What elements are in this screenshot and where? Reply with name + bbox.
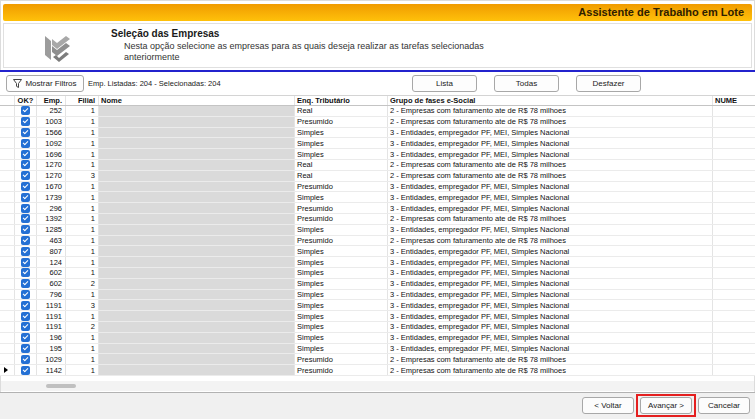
select-all-button[interactable]: Todas [494, 75, 559, 92]
horizontal-scrollbar[interactable] [1, 381, 754, 391]
row-checkbox[interactable] [21, 366, 30, 375]
table-row[interactable]: 1241Simples3 - Entidades, empregador PF,… [0, 257, 755, 268]
filial-cell: 1 [66, 128, 99, 138]
horizontal-scrollbar-thumb[interactable] [46, 384, 76, 388]
undo-button[interactable]: Desfazer [576, 75, 641, 92]
intro-panel: Seleção das Empresas Nesta opção selecio… [3, 23, 752, 68]
row-checkbox[interactable] [21, 290, 30, 299]
emp-cell: 1092 [37, 138, 66, 148]
row-checkbox[interactable] [21, 301, 30, 310]
nome-cell-redacted [99, 128, 295, 138]
emp-cell: 1191 [37, 322, 66, 332]
table-row[interactable]: 8071Simples3 - Entidades, empregador PF,… [0, 246, 755, 257]
ok-cell [15, 290, 37, 300]
nume-cell [713, 354, 755, 364]
table-row[interactable]: 10291Presumido2 - Empresas com faturamen… [0, 354, 755, 365]
row-checkbox[interactable] [21, 204, 30, 213]
table-row[interactable]: 13921Presumido2 - Empresas com faturamen… [0, 214, 755, 225]
row-checkbox[interactable] [21, 182, 30, 191]
grupo-fases-esocial-cell: 2 - Empresas com faturamento ate de R$ 7… [388, 160, 713, 170]
row-checkbox[interactable] [21, 171, 30, 180]
emp-cell: 602 [37, 268, 66, 278]
ok-cell [15, 149, 37, 159]
table-row[interactable]: 1951Simples3 - Entidades, empregador PF,… [0, 344, 755, 355]
row-checkbox[interactable] [21, 268, 30, 277]
enq-tributario-cell: Simples [295, 268, 388, 278]
row-checkbox[interactable] [21, 236, 30, 245]
ok-cell [15, 365, 37, 375]
table-row[interactable]: 11912Simples3 - Entidades, empregador PF… [0, 322, 755, 333]
table-row[interactable]: 4631Presumido2 - Empresas com faturament… [0, 236, 755, 247]
enq-tributario-cell: Presumido [295, 203, 388, 213]
nome-cell-redacted [99, 268, 295, 278]
row-checkbox[interactable] [21, 355, 30, 364]
row-indicator-cell [0, 214, 15, 224]
row-indicator-cell [0, 236, 15, 246]
table-row[interactable]: 2521Real2 - Empresas com faturamento ate… [0, 106, 755, 117]
table-row[interactable]: 12703Real2 - Empresas com faturamento at… [0, 171, 755, 182]
row-checkbox[interactable] [21, 160, 30, 169]
grupo-fases-esocial-cell: 2 - Empresas com faturamento ate de R$ 7… [388, 365, 713, 375]
row-indicator-cell [0, 311, 15, 321]
row-indicator-cell [0, 365, 15, 375]
table-row[interactable]: 10921Simples3 - Entidades, empregador PF… [0, 138, 755, 149]
emp-cell: 1191 [37, 300, 66, 310]
row-checkbox[interactable] [21, 106, 30, 115]
companies-count-text: Emp. Listadas: 204 - Selecionadas: 204 [88, 72, 221, 95]
nume-cell [713, 322, 755, 332]
row-checkbox[interactable] [21, 193, 30, 202]
list-button[interactable]: Lista [412, 75, 477, 92]
row-checkbox[interactable] [21, 333, 30, 342]
filial-cell: 1 [66, 354, 99, 364]
row-checkbox[interactable] [21, 128, 30, 137]
next-button[interactable]: Avançar > [640, 397, 692, 414]
grupo-fases-esocial-cell: 3 - Entidades, empregador PF, MEI, Simpl… [388, 203, 713, 213]
enq-tributario-cell: Simples [295, 290, 388, 300]
table-row[interactable]: 11911Simples3 - Entidades, empregador PF… [0, 311, 755, 322]
row-checkbox[interactable] [21, 117, 30, 126]
table-row[interactable]: 17391Simples3 - Entidades, empregador PF… [0, 192, 755, 203]
cancel-button[interactable]: Cancelar [698, 397, 750, 414]
table-row[interactable]: 1961Simples3 - Entidades, empregador PF,… [0, 333, 755, 344]
row-indicator-cell [0, 149, 15, 159]
nume-cell [713, 138, 755, 148]
back-button[interactable]: < Voltar [582, 397, 634, 414]
row-checkbox[interactable] [21, 214, 30, 223]
table-row[interactable]: 11913Simples3 - Entidades, empregador PF… [0, 300, 755, 311]
row-checkbox[interactable] [21, 279, 30, 288]
table-row[interactable]: 12851Simples3 - Entidades, empregador PF… [0, 225, 755, 236]
table-row[interactable]: 16961Simples3 - Entidades, empregador PF… [0, 149, 755, 160]
row-indicator-cell [0, 138, 15, 148]
table-row[interactable]: 10031Presumido2 - Empresas com faturamen… [0, 117, 755, 128]
table-row[interactable]: 7961Simples3 - Entidades, empregador PF,… [0, 290, 755, 301]
nume-cell [713, 268, 755, 278]
emp-cell: 1142 [37, 365, 66, 375]
row-checkbox[interactable] [21, 322, 30, 331]
table-row[interactable]: 12701Real2 - Empresas com faturamento at… [0, 160, 755, 171]
table-row[interactable]: 6022Simples3 - Entidades, empregador PF,… [0, 279, 755, 290]
row-checkbox[interactable] [21, 139, 30, 148]
enq-tributario-cell: Simples [295, 300, 388, 310]
row-checkbox[interactable] [21, 150, 30, 159]
ok-cell [15, 300, 37, 310]
emp-cell: 1270 [37, 160, 66, 170]
row-checkbox[interactable] [21, 312, 30, 321]
table-row[interactable]: 2961Presumido3 - Entidades, empregador P… [0, 203, 755, 214]
row-checkbox[interactable] [21, 247, 30, 256]
row-indicator-cell [0, 160, 15, 170]
row-checkbox[interactable] [21, 225, 30, 234]
show-filters-button[interactable]: Mostrar Filtros [6, 75, 84, 92]
row-checkbox[interactable] [21, 344, 30, 353]
table-row[interactable]: 6021Simples3 - Entidades, empregador PF,… [0, 268, 755, 279]
table-row[interactable]: 16701Presumido3 - Entidades, empregador … [0, 182, 755, 193]
table-row[interactable]: 11421Presumido2 - Empresas com faturamen… [0, 365, 755, 376]
row-checkbox[interactable] [21, 258, 30, 267]
grupo-fases-esocial-cell: 2 - Empresas com faturamento ate de R$ 7… [388, 214, 713, 224]
enq-tributario-cell: Real [295, 171, 388, 181]
nume-cell [713, 203, 755, 213]
emp-cell: 1670 [37, 182, 66, 192]
ok-cell [15, 160, 37, 170]
filial-cell: 1 [66, 117, 99, 127]
table-row[interactable]: 15661Simples3 - Entidades, empregador PF… [0, 128, 755, 139]
enq-tributario-cell: Real [295, 106, 388, 116]
